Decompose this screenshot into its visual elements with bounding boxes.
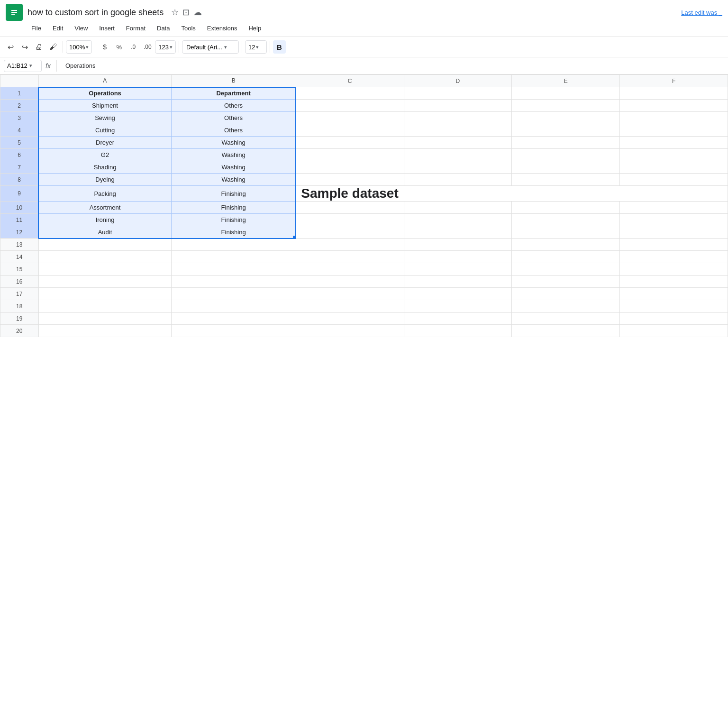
cell-b14[interactable] bbox=[171, 251, 296, 263]
cell-c2[interactable] bbox=[296, 100, 404, 112]
print-button[interactable]: 🖨 bbox=[32, 40, 46, 54]
cell-a13[interactable] bbox=[38, 239, 171, 251]
cell-b18[interactable] bbox=[171, 300, 296, 313]
cell-c16[interactable] bbox=[296, 276, 404, 288]
cell-c20[interactable] bbox=[296, 325, 404, 337]
cell-a16[interactable] bbox=[38, 276, 171, 288]
currency-button[interactable]: $ bbox=[98, 40, 111, 54]
cell-a17[interactable] bbox=[38, 288, 171, 300]
menu-extensions[interactable]: Extensions bbox=[202, 23, 242, 34]
cell-c10[interactable] bbox=[296, 202, 404, 214]
sample-dataset-label[interactable]: Sample dataset bbox=[296, 186, 728, 202]
cell-b7[interactable]: Washing bbox=[171, 161, 296, 174]
cell-a8[interactable]: Dyeing bbox=[38, 174, 171, 186]
cloud-icon[interactable]: ☁ bbox=[193, 7, 202, 18]
cell-d8[interactable] bbox=[404, 174, 512, 186]
cell-a3[interactable]: Sewing bbox=[38, 112, 171, 124]
cell-d17[interactable] bbox=[404, 288, 512, 300]
cell-a6[interactable]: G2 bbox=[38, 149, 171, 161]
cell-e15[interactable] bbox=[512, 263, 620, 276]
cell-f8[interactable] bbox=[620, 174, 728, 186]
cell-d4[interactable] bbox=[404, 124, 512, 137]
cell-e3[interactable] bbox=[512, 112, 620, 124]
cell-c7[interactable] bbox=[296, 161, 404, 174]
cell-c12[interactable] bbox=[296, 226, 404, 239]
cell-d19[interactable] bbox=[404, 313, 512, 325]
cell-f18[interactable] bbox=[620, 300, 728, 313]
star-icon[interactable]: ☆ bbox=[171, 7, 179, 18]
fill-handle[interactable] bbox=[293, 236, 296, 239]
cell-c4[interactable] bbox=[296, 124, 404, 137]
menu-tools[interactable]: Tools bbox=[176, 23, 200, 34]
cell-a15[interactable] bbox=[38, 263, 171, 276]
cell-d13[interactable] bbox=[404, 239, 512, 251]
cell-b6[interactable]: Washing bbox=[171, 149, 296, 161]
cell-c11[interactable] bbox=[296, 214, 404, 226]
cell-f15[interactable] bbox=[620, 263, 728, 276]
cell-e10[interactable] bbox=[512, 202, 620, 214]
number-format-button[interactable]: 123 ▾ bbox=[155, 40, 176, 54]
cell-d12[interactable] bbox=[404, 226, 512, 239]
cell-e13[interactable] bbox=[512, 239, 620, 251]
cell-a19[interactable] bbox=[38, 313, 171, 325]
cell-b1[interactable]: Department bbox=[171, 87, 296, 100]
cell-f1[interactable] bbox=[620, 87, 728, 100]
decimal-decrease-button[interactable]: .0 bbox=[127, 40, 140, 54]
cell-c17[interactable] bbox=[296, 288, 404, 300]
cell-d15[interactable] bbox=[404, 263, 512, 276]
cell-f17[interactable] bbox=[620, 288, 728, 300]
cell-c8[interactable] bbox=[296, 174, 404, 186]
menu-file[interactable]: File bbox=[27, 23, 46, 34]
cell-b15[interactable] bbox=[171, 263, 296, 276]
cell-a12[interactable]: Audit bbox=[38, 226, 171, 239]
font-size-selector[interactable]: 12 ▾ bbox=[245, 40, 267, 54]
cell-b16[interactable] bbox=[171, 276, 296, 288]
menu-help[interactable]: Help bbox=[244, 23, 266, 34]
cell-d14[interactable] bbox=[404, 251, 512, 263]
cell-e17[interactable] bbox=[512, 288, 620, 300]
zoom-control[interactable]: 100% ▾ bbox=[66, 40, 92, 54]
cell-f3[interactable] bbox=[620, 112, 728, 124]
cell-f12[interactable] bbox=[620, 226, 728, 239]
cell-a7[interactable]: Shading bbox=[38, 161, 171, 174]
cell-e20[interactable] bbox=[512, 325, 620, 337]
cell-d11[interactable] bbox=[404, 214, 512, 226]
menu-format[interactable]: Format bbox=[121, 23, 150, 34]
cell-c13[interactable] bbox=[296, 239, 404, 251]
cell-b20[interactable] bbox=[171, 325, 296, 337]
sheet-container[interactable]: A B C D E F 1 Operations Department 2Shi… bbox=[0, 74, 728, 726]
cell-b10[interactable]: Finishing bbox=[171, 202, 296, 214]
col-header-d[interactable]: D bbox=[404, 75, 512, 87]
redo-button[interactable]: ↪ bbox=[18, 40, 31, 54]
cell-a10[interactable]: Assortment bbox=[38, 202, 171, 214]
cell-e7[interactable] bbox=[512, 161, 620, 174]
cell-f6[interactable] bbox=[620, 149, 728, 161]
cell-e2[interactable] bbox=[512, 100, 620, 112]
last-edit-link[interactable]: Last edit was _ bbox=[681, 9, 722, 16]
col-header-b[interactable]: B bbox=[171, 75, 296, 87]
cell-d6[interactable] bbox=[404, 149, 512, 161]
cell-a2[interactable]: Shipment bbox=[38, 100, 171, 112]
cell-e4[interactable] bbox=[512, 124, 620, 137]
cell-b8[interactable]: Washing bbox=[171, 174, 296, 186]
cell-d10[interactable] bbox=[404, 202, 512, 214]
cell-e8[interactable] bbox=[512, 174, 620, 186]
cell-a11[interactable]: Ironing bbox=[38, 214, 171, 226]
cell-b17[interactable] bbox=[171, 288, 296, 300]
cell-b9[interactable]: Finishing bbox=[171, 186, 296, 202]
cell-c5[interactable] bbox=[296, 137, 404, 149]
menu-view[interactable]: View bbox=[70, 23, 92, 34]
cell-e6[interactable] bbox=[512, 149, 620, 161]
cell-c1[interactable] bbox=[296, 87, 404, 100]
bold-button[interactable]: B bbox=[273, 40, 286, 54]
cell-a5[interactable]: Dreyer bbox=[38, 137, 171, 149]
cell-d1[interactable] bbox=[404, 87, 512, 100]
cell-f2[interactable] bbox=[620, 100, 728, 112]
cell-e5[interactable] bbox=[512, 137, 620, 149]
cell-b12[interactable]: Finishing bbox=[171, 226, 296, 239]
cell-b4[interactable]: Others bbox=[171, 124, 296, 137]
cell-d16[interactable] bbox=[404, 276, 512, 288]
cell-a18[interactable] bbox=[38, 300, 171, 313]
col-header-c[interactable]: C bbox=[296, 75, 404, 87]
cell-b3[interactable]: Others bbox=[171, 112, 296, 124]
